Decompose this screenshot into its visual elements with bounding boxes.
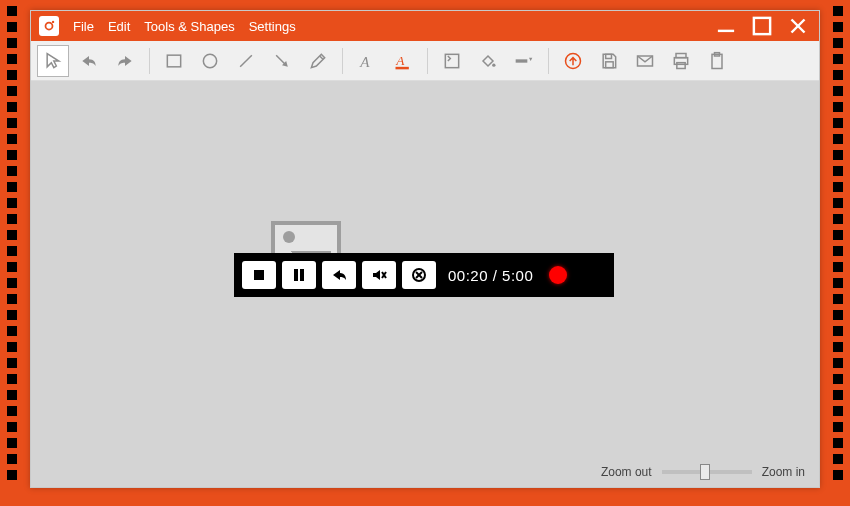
svg-rect-3 <box>754 18 770 34</box>
zoom-slider[interactable] <box>662 470 752 474</box>
film-strip-right <box>832 0 844 506</box>
toolbar-separator <box>427 48 428 74</box>
main-menu: File Edit Tools & Shapes Settings <box>73 19 296 34</box>
player-time: 00:20 / 5:00 <box>448 267 533 284</box>
line-tool[interactable] <box>230 45 262 77</box>
toolbar: A A <box>31 41 819 81</box>
zoom-controls: Zoom out Zoom in <box>601 465 805 479</box>
text-color-tool[interactable]: A <box>387 45 419 77</box>
svg-point-7 <box>203 54 216 67</box>
minimize-button[interactable] <box>713 16 739 36</box>
svg-rect-27 <box>294 269 298 281</box>
stop-button[interactable] <box>242 261 276 289</box>
toolbar-separator <box>149 48 150 74</box>
app-logo-icon <box>39 16 59 36</box>
window-controls <box>713 16 811 36</box>
svg-rect-16 <box>516 59 528 62</box>
arrow-tool[interactable] <box>266 45 298 77</box>
upload-button[interactable] <box>557 45 589 77</box>
film-strip-left <box>6 0 18 506</box>
svg-text:A: A <box>395 53 405 68</box>
maximize-button[interactable] <box>749 16 775 36</box>
save-button[interactable] <box>593 45 625 77</box>
line-weight-tool[interactable] <box>508 45 540 77</box>
rectangle-tool[interactable] <box>158 45 190 77</box>
titlebar: File Edit Tools & Shapes Settings <box>31 11 819 41</box>
svg-rect-6 <box>167 55 180 67</box>
zoom-in-label[interactable]: Zoom in <box>762 465 805 479</box>
menu-settings[interactable]: Settings <box>249 19 296 34</box>
recording-indicator-icon <box>549 266 567 284</box>
svg-line-8 <box>240 55 252 67</box>
menu-edit[interactable]: Edit <box>108 19 130 34</box>
svg-rect-23 <box>677 62 685 68</box>
svg-text:A: A <box>359 53 370 69</box>
fill-tool[interactable] <box>472 45 504 77</box>
email-button[interactable] <box>629 45 661 77</box>
zoom-out-label[interactable]: Zoom out <box>601 465 652 479</box>
svg-point-0 <box>46 23 53 30</box>
zoom-slider-thumb[interactable] <box>700 464 710 480</box>
editor-canvas[interactable]: 00:20 / 5:00 Zoom out Zoom in <box>31 81 819 487</box>
close-button[interactable] <box>785 16 811 36</box>
undo-button[interactable] <box>73 45 105 77</box>
svg-point-1 <box>52 21 54 23</box>
back-button[interactable] <box>322 261 356 289</box>
recording-player: 00:20 / 5:00 <box>234 253 614 297</box>
svg-rect-28 <box>300 269 304 281</box>
app-window: File Edit Tools & Shapes Settings <box>30 10 820 488</box>
pointer-tool[interactable] <box>37 45 69 77</box>
menu-file[interactable]: File <box>73 19 94 34</box>
pencil-tool[interactable] <box>302 45 334 77</box>
svg-rect-26 <box>254 270 264 280</box>
svg-rect-19 <box>606 61 614 67</box>
menu-tools-shapes[interactable]: Tools & Shapes <box>144 19 234 34</box>
ellipse-tool[interactable] <box>194 45 226 77</box>
toolbar-separator <box>548 48 549 74</box>
mute-button[interactable] <box>362 261 396 289</box>
redo-button[interactable] <box>109 45 141 77</box>
clipboard-button[interactable] <box>701 45 733 77</box>
svg-rect-13 <box>396 66 409 69</box>
svg-rect-18 <box>606 54 612 58</box>
print-button[interactable] <box>665 45 697 77</box>
svg-point-15 <box>492 63 495 66</box>
note-tool[interactable] <box>436 45 468 77</box>
cancel-button[interactable] <box>402 261 436 289</box>
toolbar-separator <box>342 48 343 74</box>
pause-button[interactable] <box>282 261 316 289</box>
svg-rect-14 <box>445 54 458 67</box>
text-tool[interactable]: A <box>351 45 383 77</box>
